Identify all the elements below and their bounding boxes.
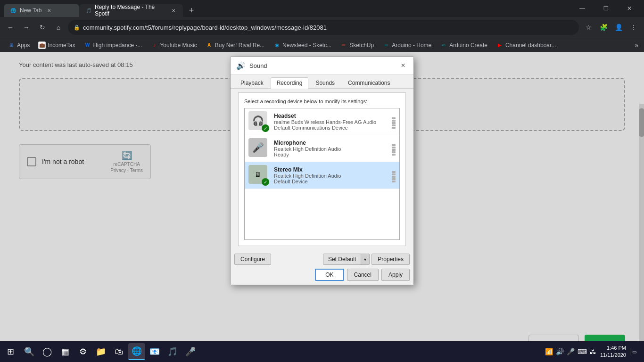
page-content: Your content was last auto-saved at 08:1…: [0, 52, 644, 362]
bookmark-arduino2[interactable]: ∞ Arduino Create: [436, 41, 491, 50]
bookmark-nerf[interactable]: A Buy Nerf Rival Re...: [202, 41, 268, 50]
title-bar: 🌐 New Tab ✕ 🎵 Reply to Message - The Spo…: [0, 0, 644, 17]
menu-button[interactable]: ⋮: [627, 21, 640, 34]
device-stereo-mix[interactable]: 🖥 ✓ Stereo Mix Realtek High Definition A…: [245, 162, 399, 189]
highimp-icon: W: [83, 41, 91, 49]
show-desktop-button[interactable]: ▭: [630, 348, 638, 355]
device-headset[interactable]: 🎧 ✓ Headset realme Buds Wireless Hands-F…: [245, 108, 399, 135]
tab-close-1[interactable]: ✕: [45, 7, 53, 14]
incometax-icon: 💼: [38, 41, 46, 49]
dialog-title: 🔊 Sound: [236, 61, 267, 70]
bookmark-apps[interactable]: ⊞ Apps: [4, 41, 33, 50]
mic-tray-icon[interactable]: 🎤: [567, 348, 575, 355]
tab-favicon-1: 🌐: [9, 7, 17, 14]
tab-sounds[interactable]: Sounds: [309, 77, 341, 88]
sbar2: [392, 173, 396, 175]
tab-close-2[interactable]: ✕: [170, 7, 177, 14]
tab-spotify[interactable]: 🎵 Reply to Message - The Spotif ✕: [79, 4, 183, 17]
address-bar[interactable]: 🔒 community.spotify.com/t5/forums/replyp…: [68, 20, 579, 35]
taskbar-explorer[interactable]: 📁: [92, 343, 109, 360]
configure-button[interactable]: Configure: [234, 254, 271, 265]
set-default-arrow-button[interactable]: ▾: [361, 254, 369, 264]
microphone-icon-wrap: 🎤: [248, 138, 269, 159]
restore-button[interactable]: ❐: [595, 1, 617, 16]
taskbar-time-display: 1:46 PM: [600, 345, 626, 352]
microphone-info: Microphone Realtek High Definition Audio…: [274, 140, 392, 157]
taskbar-mic[interactable]: 🎤: [182, 343, 199, 360]
tab-playback[interactable]: Playback: [234, 77, 270, 88]
bookmark-incometax[interactable]: 💼 IncomeTax: [34, 41, 79, 50]
tab-recording[interactable]: Recording: [271, 77, 309, 89]
apps-icon: ⊞: [8, 41, 15, 49]
ok-button[interactable]: OK: [315, 269, 344, 281]
volume-icon[interactable]: 🔊: [556, 348, 564, 355]
nerf-icon: A: [206, 41, 213, 49]
device-list-empty: [245, 189, 399, 240]
tab-new-tab[interactable]: 🌐 New Tab ✕: [4, 4, 79, 17]
taskbar-spotify[interactable]: 🎵: [164, 343, 181, 360]
forward-button[interactable]: →: [20, 21, 33, 34]
headset-signal: [392, 115, 396, 129]
bookmark-star-button[interactable]: ☆: [582, 21, 595, 34]
arduino1-icon: ∞: [382, 41, 390, 49]
network2-icon[interactable]: 🖧: [590, 348, 596, 355]
properties-button[interactable]: Properties: [372, 254, 410, 265]
sbar2: [392, 147, 396, 148]
home-button[interactable]: ⌂: [52, 21, 65, 34]
minimize-button[interactable]: —: [571, 1, 593, 16]
new-tab-button[interactable]: +: [185, 4, 198, 17]
apply-button[interactable]: Apply: [381, 269, 410, 281]
stereomix-status: Default Device: [274, 179, 392, 184]
taskbar-edge[interactable]: 🌐: [128, 343, 145, 360]
taskbar-timeline[interactable]: ▦: [57, 343, 74, 360]
dialog-title-text: Sound: [249, 62, 267, 69]
extensions-button[interactable]: 🧩: [597, 21, 610, 34]
tab-favicon-2: 🎵: [85, 7, 92, 14]
keyboard-icon[interactable]: ⌨: [578, 348, 587, 355]
taskbar-settings[interactable]: ⚙: [74, 343, 91, 360]
bookmark-arduino1[interactable]: ∞ Arduino - Home: [379, 41, 435, 50]
taskbar-clock[interactable]: 1:46 PM 11/11/2020: [600, 345, 626, 359]
tab-label-1: New Tab: [20, 7, 41, 14]
reload-button[interactable]: ↻: [36, 21, 49, 34]
taskbar-store[interactable]: 🛍: [110, 343, 127, 360]
dialog-titlebar: 🔊 Sound ✕: [231, 57, 413, 74]
taskbar-cortana[interactable]: ◯: [39, 343, 56, 360]
start-button[interactable]: ⊞: [2, 343, 19, 360]
bookmark-sketchup[interactable]: ✏ SketchUp: [336, 41, 378, 50]
bookmark-newsfeed[interactable]: ◉ Newsfeed - Sketc...: [269, 41, 335, 50]
bookmarks-more-button[interactable]: »: [633, 41, 640, 49]
arduino2-icon: ∞: [440, 41, 447, 49]
dialog-action-row: Configure Set Default ▾ Properties: [234, 254, 410, 265]
dialog-close-button[interactable]: ✕: [398, 61, 408, 70]
bookmark-highimp[interactable]: W High impedance -...: [80, 41, 146, 50]
close-button[interactable]: ✕: [619, 1, 640, 16]
bookmark-youtube[interactable]: ▶ Channel dashboar...: [492, 41, 560, 50]
bookmarks-bar: ⊞ Apps 💼 IncomeTax W High impedance -...…: [0, 38, 644, 52]
sbar1: [392, 171, 396, 173]
sbar2: [392, 120, 396, 122]
newsfeed-icon: ◉: [273, 41, 281, 49]
nav-bar: ← → ↻ ⌂ 🔒 community.spotify.com/t5/forum…: [0, 17, 644, 38]
headset-info: Headset realme Buds Wireless Hands-Free …: [274, 113, 392, 131]
bookmark-ytmusic[interactable]: ♪ Youtube Music: [147, 41, 200, 50]
sound-dialog: 🔊 Sound ✕ Playback Recording Sounds Comm…: [230, 57, 414, 285]
microphone-icon: 🎤: [248, 138, 267, 157]
network-icon[interactable]: 📶: [545, 348, 553, 355]
back-button[interactable]: ←: [4, 21, 17, 34]
sbar4: [392, 178, 396, 180]
headset-status: Default Communications Device: [274, 125, 392, 131]
dialog-cancel-button[interactable]: Cancel: [347, 269, 379, 281]
sound-icon: 🔊: [236, 61, 246, 70]
taskbar-mail[interactable]: 📧: [146, 343, 163, 360]
sbar5: [392, 181, 396, 182]
device-microphone[interactable]: 🎤 Microphone Realtek High Definition Aud…: [245, 135, 399, 162]
ytmusic-icon: ♪: [150, 41, 158, 49]
microphone-signal: [392, 141, 396, 156]
taskbar-search[interactable]: 🔍: [21, 343, 38, 360]
profile-button[interactable]: 👤: [612, 21, 625, 34]
dialog-footer: Configure Set Default ▾ Properties OK Ca…: [231, 250, 413, 285]
tab-communications[interactable]: Communications: [342, 77, 396, 88]
set-default-button[interactable]: Set Default: [323, 254, 361, 264]
headset-icon-wrap: 🎧 ✓: [248, 111, 269, 132]
